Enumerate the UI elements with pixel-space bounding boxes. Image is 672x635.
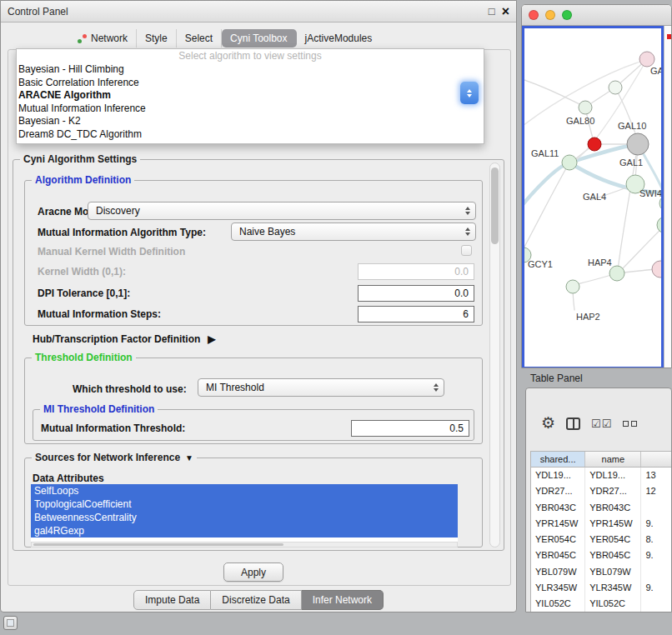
network-node[interactable] bbox=[566, 280, 579, 293]
attributes-horizontal-scrollbar[interactable] bbox=[31, 542, 458, 548]
table-cell: YLR345W bbox=[531, 580, 585, 596]
algorithm-option[interactable]: Dream8 DC_TDC Algorithm bbox=[17, 128, 484, 142]
algorithm-definition-title: Algorithm Definition bbox=[32, 174, 134, 186]
table-cell: 12 bbox=[641, 483, 672, 499]
column-header[interactable]: name bbox=[585, 452, 641, 467]
settings-group-title: Cyni Algorithm Settings bbox=[20, 153, 140, 165]
node-label: GAL bbox=[650, 66, 661, 76]
network-node[interactable] bbox=[657, 217, 661, 233]
tab-style[interactable]: Style bbox=[137, 29, 177, 48]
network-node[interactable] bbox=[579, 101, 592, 114]
gear-icon[interactable]: ⚙ bbox=[541, 415, 555, 432]
close-button[interactable] bbox=[529, 10, 539, 20]
aracne-mode-combobox[interactable]: Discovery bbox=[88, 202, 476, 220]
tab-network[interactable]: Network bbox=[69, 29, 137, 48]
table-header-row: shared...name bbox=[531, 452, 672, 468]
tab-select[interactable]: Select bbox=[177, 29, 222, 48]
square-icon bbox=[631, 421, 637, 427]
network-node[interactable] bbox=[639, 52, 654, 67]
algorithm-option[interactable]: Mutual Information Inference bbox=[17, 102, 484, 116]
table-row[interactable]: YER054CYER054C8. bbox=[531, 532, 672, 548]
network-node[interactable] bbox=[627, 133, 649, 155]
network-window-titlebar[interactable] bbox=[522, 5, 671, 26]
network-edge bbox=[524, 78, 579, 104]
checked-boxes-icon[interactable]: ☑☑ bbox=[591, 418, 612, 430]
table-cell: YDL19... bbox=[531, 468, 585, 483]
table-body: YDL19...YDL19...13YDR27...YDR27...12YBR0… bbox=[531, 468, 672, 612]
table-row[interactable]: YBR045CYBR045C9. bbox=[531, 548, 672, 563]
settings-scrollbar[interactable] bbox=[489, 162, 500, 548]
tab-label: Network bbox=[91, 32, 128, 44]
network-graph[interactable]: GALGAL80GAL10GAL1GAL11SWI4GAL4GCY1HAP4HA… bbox=[524, 28, 661, 367]
control-panel-titlebar[interactable]: Control Panel □× bbox=[1, 1, 516, 22]
tab-cyni-toolbox[interactable]: Cyni Toolbox bbox=[222, 29, 296, 48]
bottom-tab-infer-network[interactable]: Infer Network bbox=[302, 590, 384, 610]
sources-title-text: Sources for Network Inference bbox=[35, 452, 180, 463]
algorithm-option[interactable]: Bayesian - K2 bbox=[17, 115, 484, 128]
chevron-down-icon[interactable]: ▼ bbox=[185, 453, 193, 462]
combo-arrows-icon bbox=[434, 383, 439, 392]
table-row[interactable]: YDR27...YDR27...12 bbox=[531, 483, 672, 499]
table-row[interactable]: YBR043CYBR043C bbox=[531, 500, 672, 516]
network-node[interactable] bbox=[652, 261, 661, 278]
zoom-button[interactable] bbox=[562, 10, 572, 20]
node-label: HAP2 bbox=[576, 312, 600, 322]
hub-section-label: Hub/Transcription Factor Definition bbox=[33, 333, 200, 345]
network-node[interactable] bbox=[588, 138, 601, 151]
node-label: GAL4 bbox=[583, 192, 606, 202]
attribute-item[interactable]: BetweennessCentrality bbox=[31, 511, 458, 524]
dpi-tolerance-field[interactable]: 0.0 bbox=[358, 285, 474, 302]
tab-jactivemodules[interactable]: jActiveModules bbox=[297, 29, 381, 48]
algorithm-combobox-arrows[interactable] bbox=[460, 82, 479, 104]
apply-button[interactable]: Apply bbox=[223, 562, 283, 582]
manual-kernel-width-checkbox[interactable] bbox=[461, 245, 472, 256]
combo-arrows-icon bbox=[465, 228, 470, 236]
network-scrollbar[interactable] bbox=[664, 26, 672, 368]
table-cell: YDR27... bbox=[531, 483, 585, 499]
attribute-item[interactable]: gal4RGexp bbox=[31, 524, 458, 538]
table-row[interactable]: YPR145WYPR145W9. bbox=[531, 516, 672, 532]
network-node[interactable] bbox=[562, 155, 577, 170]
close-window-icon[interactable]: × bbox=[502, 3, 509, 20]
column-header[interactable]: shared... bbox=[531, 452, 585, 467]
dpi-tolerance-label: DPI Tolerance [0,1]: bbox=[38, 288, 130, 299]
table-panel-toolbar: ⚙☑☑ bbox=[541, 415, 637, 432]
table-row[interactable]: YDL19...YDL19...13 bbox=[531, 468, 672, 483]
attribute-item[interactable]: SelfLoops bbox=[31, 484, 458, 498]
table-cell: YBR043C bbox=[531, 500, 585, 516]
sources-group-title: Sources for Network Inference▼ bbox=[32, 452, 197, 463]
table-row[interactable]: YLR345WYLR345W9. bbox=[531, 580, 672, 596]
unchecked-boxes-icon[interactable] bbox=[623, 421, 637, 427]
network-icon bbox=[78, 34, 87, 43]
node-label: GAL80 bbox=[566, 116, 594, 126]
algorithm-option[interactable]: ARACNE Algorithm bbox=[17, 89, 484, 102]
table-cell: YER054C bbox=[531, 532, 585, 548]
mi-steps-field[interactable]: 6 bbox=[358, 306, 474, 322]
network-canvas[interactable]: GALGAL80GAL10GAL1GAL11SWI4GAL4GCY1HAP4HA… bbox=[522, 26, 664, 368]
bottom-tab-discretize-data[interactable]: Discretize Data bbox=[211, 590, 301, 610]
algorithm-option[interactable]: Bayesian - Hill Climbing bbox=[17, 63, 484, 77]
hub-section-toggle[interactable]: Hub/Transcription Factor Definition ▶ bbox=[33, 333, 216, 345]
network-node[interactable] bbox=[609, 81, 622, 94]
kernel-width-field[interactable]: 0.0 bbox=[358, 263, 474, 280]
float-window-icon[interactable]: □ bbox=[489, 3, 495, 20]
data-attributes-label: Data Attributes bbox=[33, 472, 104, 484]
algorithm-option[interactable]: Basic Correlation Inference bbox=[17, 77, 484, 90]
chevron-right-icon[interactable]: ▶ bbox=[208, 333, 215, 345]
table-cell: YDR27... bbox=[585, 483, 641, 499]
attribute-item[interactable]: TopologicalCoefficient bbox=[31, 498, 458, 511]
table-row[interactable]: YIL052CYIL052C bbox=[531, 596, 672, 612]
table-row[interactable]: YBL079WYBL079W bbox=[531, 564, 672, 580]
columns-icon[interactable] bbox=[566, 418, 580, 430]
network-node[interactable] bbox=[609, 266, 624, 281]
minimize-button[interactable] bbox=[545, 10, 555, 20]
which-threshold-combobox[interactable]: MI Threshold bbox=[198, 378, 444, 397]
bottom-tabbar: Impute DataDiscretize DataInfer Network bbox=[1, 590, 516, 610]
control-panel-window: Control Panel □× NetworkStyleSelectCyni … bbox=[0, 0, 517, 612]
column-header[interactable] bbox=[641, 452, 672, 467]
data-attributes-list[interactable]: SelfLoopsTopologicalCoefficientBetweenne… bbox=[31, 484, 458, 542]
mi-threshold-field[interactable]: 0.5 bbox=[351, 420, 469, 437]
mi-algorithm-type-combobox[interactable]: Naive Bayes bbox=[231, 222, 476, 241]
minimized-panel-icon[interactable] bbox=[3, 616, 18, 630]
bottom-tab-impute-data[interactable]: Impute Data bbox=[133, 590, 211, 610]
